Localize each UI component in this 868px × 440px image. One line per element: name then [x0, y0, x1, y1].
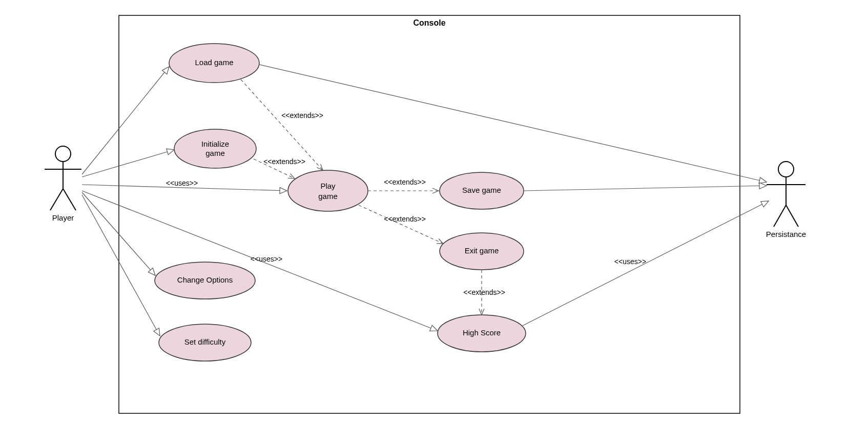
svg-line-8 — [774, 205, 786, 227]
usecase-initialize-game: Initialize game — [174, 129, 256, 168]
actor-player: Player — [45, 146, 81, 222]
svg-text:Change Options: Change Options — [177, 275, 233, 284]
usecase-exit-game: Exit game — [440, 233, 524, 270]
edge-save-persistance — [524, 186, 767, 191]
edge-player-initialize — [82, 150, 174, 177]
usecase-load-game: Load game — [169, 44, 259, 83]
label-init-play: <<extends>> — [263, 157, 305, 166]
label-highscore-persistance: <<uses>> — [614, 257, 646, 266]
edge-player-load — [82, 67, 169, 174]
edge-player-difficulty — [82, 195, 160, 336]
svg-text:Play: Play — [320, 182, 336, 190]
edge-play-exit-extends — [359, 205, 443, 244]
svg-text:game: game — [205, 149, 225, 157]
svg-line-3 — [50, 189, 63, 210]
svg-point-5 — [778, 162, 794, 177]
system-label: Console — [413, 18, 445, 27]
usecase-save-game: Save game — [440, 172, 524, 209]
usecase-change-options: Change Options — [155, 262, 255, 299]
label-player-highscore: <<uses>> — [251, 255, 282, 263]
edge-load-persistance — [259, 65, 767, 182]
svg-text:Load game: Load game — [195, 58, 233, 67]
svg-point-0 — [55, 146, 71, 162]
svg-text:High Score: High Score — [463, 328, 501, 337]
usecase-set-difficulty: Set difficulty — [159, 324, 251, 361]
svg-line-9 — [786, 205, 798, 227]
actor-persistance: Persistance — [766, 162, 806, 238]
svg-text:Initialize: Initialize — [201, 139, 229, 148]
svg-text:Exit game: Exit game — [465, 246, 499, 255]
svg-text:Set difficulty: Set difficulty — [184, 337, 226, 346]
svg-line-4 — [63, 189, 76, 210]
label-load-play: <<extends>> — [281, 111, 323, 119]
svg-point-15 — [288, 170, 368, 211]
svg-text:game: game — [318, 192, 338, 201]
usecase-high-score: High Score — [438, 315, 526, 352]
use-case-diagram: Console Player Persistance Load game Ini… — [0, 0, 868, 440]
usecase-play-game: Play game — [288, 170, 368, 211]
actor-persistance-label: Persistance — [766, 230, 806, 238]
label-play-save: <<extends>> — [384, 178, 426, 186]
label-play-exit: <<extends>> — [384, 215, 426, 223]
label-exit-highscore: <<extends>> — [463, 288, 505, 296]
svg-text:Save game: Save game — [462, 186, 501, 194]
label-player-play: <<uses>> — [166, 179, 198, 187]
actor-player-label: Player — [52, 213, 74, 222]
